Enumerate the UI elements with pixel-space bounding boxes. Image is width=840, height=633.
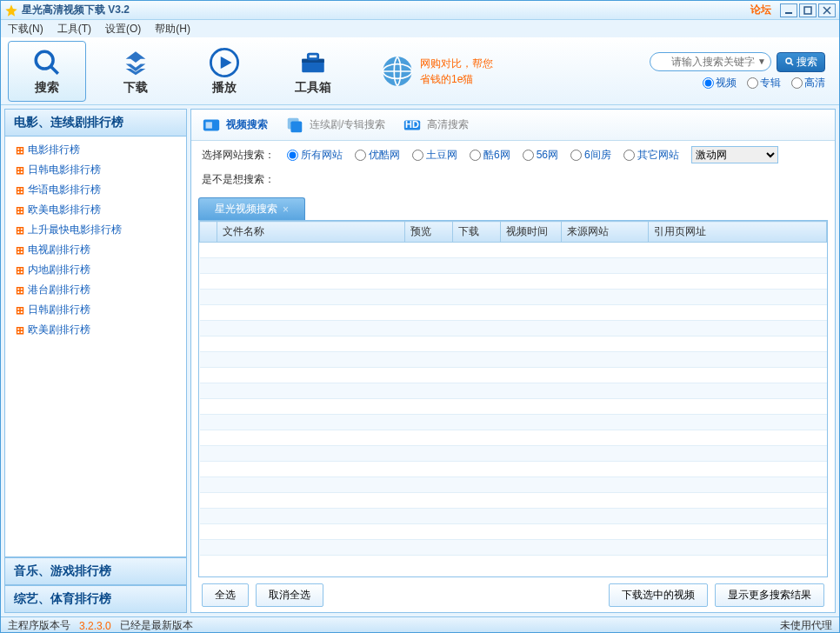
video-search-icon [202,116,221,135]
filter-youku[interactable]: 优酷网 [355,148,400,163]
filter-6room[interactable]: 6间房 [570,148,611,163]
subtab-video[interactable]: 视频搜索 [202,116,268,135]
plus-icon: ⊞ [16,184,24,197]
toolbar-download[interactable]: 下载 [97,41,175,102]
table-row [200,446,827,462]
col-download[interactable]: 下载 [453,222,501,243]
toolbar-search[interactable]: 搜索 [8,41,86,102]
promo-banner[interactable]: 网购对比，帮您 省钱的1e猫 [380,54,493,89]
toolbar: 搜索 下载 播放 工具箱 网购对比，帮您 省钱的1e猫 ▼ 搜索 [1,37,839,105]
col-refpage[interactable]: 引用页网址 [649,222,827,243]
search-button[interactable]: 搜索 [777,52,825,72]
table-row [200,352,827,368]
svg-rect-9 [308,54,317,59]
content-panel: 视频搜索 连续剧/专辑搜索 HD 高清搜索 选择网站搜索： 所有网站 优酷网 土… [190,109,836,613]
filter-all[interactable]: 所有网站 [287,148,343,163]
hd-search-icon: HD [403,116,422,135]
sidebar-item[interactable]: ⊞日韩剧排行榜 [5,300,186,320]
table-row [200,462,827,477]
search-box: ▼ 搜索 视频 专辑 高清 [650,52,832,90]
table-row [200,383,827,399]
sidebar-item[interactable]: ⊞欧美剧排行榜 [5,320,186,340]
toolbar-play[interactable]: 播放 [185,41,263,102]
play-icon [209,47,240,78]
deselect-all-button[interactable]: 取消全选 [256,583,323,607]
status-version: 3.2.3.0 [79,620,111,632]
close-button[interactable] [818,3,836,17]
table-row [200,243,827,258]
bottom-bar: 全选 取消全选 下载选中的视频 显示更多搜索结果 [191,577,835,612]
chevron-down-icon[interactable]: ▼ [757,57,766,66]
sidebar-item[interactable]: ⊞内地剧排行榜 [5,260,186,280]
table-row [200,430,827,446]
sidebar-item[interactable]: ⊞华语电影排行榜 [5,180,186,200]
search-type-video[interactable]: 视频 [703,76,737,90]
plus-icon: ⊞ [16,224,24,237]
menu-settings[interactable]: 设置(O) [105,22,141,37]
table-row [200,415,827,430]
app-title: 星光高清视频下载 V3.2 [22,3,130,17]
table-row [200,493,827,509]
col-source[interactable]: 来源网站 [562,222,649,243]
menu-download[interactable]: 下载(N) [8,22,43,37]
sidebar-item[interactable]: ⊞电影排行榜 [5,140,186,160]
show-more-button[interactable]: 显示更多搜索结果 [715,583,824,607]
accordion-header-movies[interactable]: 电影、连续剧排行榜 [4,109,187,137]
select-all-button[interactable]: 全选 [202,583,249,607]
search-input[interactable] [650,52,771,71]
maximize-button[interactable] [799,3,817,17]
plus-icon: ⊞ [16,284,24,297]
table-row [200,290,827,305]
col-duration[interactable]: 视频时间 [501,222,562,243]
sidebar-item[interactable]: ⊞港台剧排行榜 [5,280,186,300]
accordion-header-music[interactable]: 音乐、游戏排行榜 [4,557,187,585]
sub-tabs: 视频搜索 连续剧/专辑搜索 HD 高清搜索 [191,110,835,141]
filter-dropdown[interactable]: 激动网 [691,146,778,163]
table-row [200,524,827,540]
filter-ku6[interactable]: 酷6网 [470,148,510,163]
svg-text:HD: HD [405,118,419,129]
close-tab-icon[interactable]: × [283,203,289,216]
subtab-hd[interactable]: HD 高清搜索 [403,116,469,135]
toolbar-toolbox[interactable]: 工具箱 [274,41,352,102]
status-version-label: 主程序版本号 [8,618,70,633]
table-row [200,274,827,290]
plus-icon: ⊞ [16,204,24,217]
col-checkbox[interactable] [200,222,217,243]
svg-rect-17 [206,122,212,128]
plus-icon: ⊞ [16,304,24,316]
minimize-button[interactable] [780,3,797,17]
search-type-hd[interactable]: 高清 [791,76,825,90]
promo-line1: 网购对比，帮您 [420,56,493,71]
search-type-album[interactable]: 专辑 [747,76,781,90]
menu-tools[interactable]: 工具(T) [57,22,91,37]
star-icon [4,3,18,17]
plus-icon: ⊞ [16,164,24,177]
sidebar-item[interactable]: ⊞上升最快电影排行榜 [5,220,186,240]
svg-line-5 [50,66,58,74]
download-selected-button[interactable]: 下载选中的视频 [609,583,708,607]
sidebar-item[interactable]: ⊞欧美电影排行榜 [5,200,186,220]
table-row [200,336,827,352]
filter-tudou[interactable]: 土豆网 [412,148,457,163]
results-tab[interactable]: 星光视频搜索 × [198,197,305,220]
svg-line-15 [791,63,794,66]
accordion-header-variety[interactable]: 综艺、体育排行榜 [4,585,187,613]
filter-label: 选择网站搜索： [202,148,275,163]
col-filename[interactable]: 文件名称 [217,222,405,243]
accordion-body-movies: ⊞电影排行榜 ⊞日韩电影排行榜 ⊞华语电影排行榜 ⊞欧美电影排行榜 ⊞上升最快电… [4,137,187,557]
plus-icon: ⊞ [16,324,24,336]
forum-link[interactable]: 论坛 [750,3,771,17]
results-grid: 文件名称 预览 下载 视频时间 来源网站 引用页网址 [198,220,828,577]
filter-other[interactable]: 其它网站 [623,148,679,163]
subtab-series[interactable]: 连续剧/专辑搜索 [285,116,385,135]
status-proxy: 未使用代理 [780,618,832,633]
sidebar-item[interactable]: ⊞电视剧排行榜 [5,240,186,260]
filter-56[interactable]: 56网 [523,148,558,163]
results-tab-head: 星光视频搜索 × [198,197,828,220]
sidebar-item[interactable]: ⊞日韩电影排行榜 [5,160,186,180]
table-row [200,305,827,321]
menu-help[interactable]: 帮助(H) [155,22,190,37]
col-preview[interactable]: 预览 [405,222,453,243]
table-row [200,321,827,336]
